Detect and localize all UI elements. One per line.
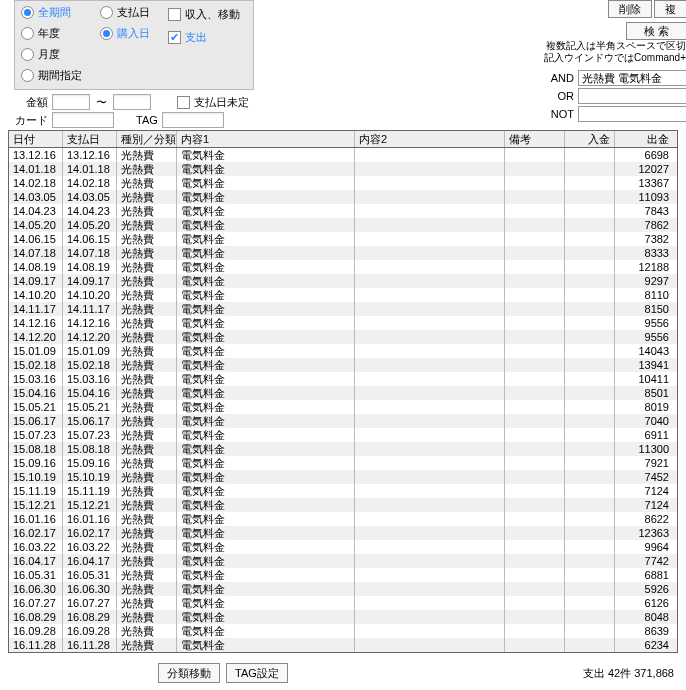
table-header: 日付 支払日 種別／分類 内容1 内容2 備考 入金 出金 bbox=[9, 131, 677, 148]
card-label: カード bbox=[14, 113, 48, 128]
check-income-move[interactable]: 収入、移動 bbox=[168, 7, 247, 22]
table-row[interactable]: 15.11.1915.11.19光熱費電気料金7124 bbox=[9, 484, 677, 498]
tag-input[interactable] bbox=[162, 112, 224, 128]
or-label: OR bbox=[542, 90, 574, 102]
col-memo[interactable]: 備考 bbox=[505, 131, 565, 147]
table-row[interactable]: 13.12.1613.12.16光熱費電気料金6698 bbox=[9, 148, 677, 162]
check-expense[interactable]: ✔支出 bbox=[168, 30, 247, 45]
tag-settings-button[interactable]: TAG設定 bbox=[226, 663, 288, 683]
radio-buyday[interactable]: 購入日 bbox=[100, 26, 169, 41]
not-field[interactable] bbox=[578, 106, 686, 122]
col-c2[interactable]: 内容2 bbox=[355, 131, 505, 147]
table-row[interactable]: 16.02.1716.02.17光熱費電気料金12363 bbox=[9, 526, 677, 540]
table-row[interactable]: 16.04.1716.04.17光熱費電気料金7742 bbox=[9, 554, 677, 568]
table-row[interactable]: 15.04.1615.04.16光熱費電気料金8501 bbox=[9, 386, 677, 400]
table-row[interactable]: 14.02.1814.02.18光熱費電気料金13367 bbox=[9, 176, 677, 190]
table-row[interactable]: 14.09.1714.09.17光熱費電気料金9297 bbox=[9, 274, 677, 288]
radio-payday[interactable]: 支払日 bbox=[100, 5, 169, 20]
table-row[interactable]: 15.03.1615.03.16光熱費電気料金10411 bbox=[9, 372, 677, 386]
delete-button[interactable]: 削除 bbox=[608, 0, 652, 18]
table-row[interactable]: 14.12.2014.12.20光熱費電気料金9556 bbox=[9, 330, 677, 344]
and-label: AND bbox=[542, 72, 574, 84]
or-field[interactable] bbox=[578, 88, 686, 104]
table-row[interactable]: 14.04.2314.04.23光熱費電気料金7843 bbox=[9, 204, 677, 218]
table-row[interactable]: 14.01.1814.01.18光熱費電気料金12027 bbox=[9, 162, 677, 176]
table-row[interactable]: 14.08.1914.08.19光熱費電気料金12188 bbox=[9, 260, 677, 274]
table-row[interactable]: 15.05.2115.05.21光熱費電気料金8019 bbox=[9, 400, 677, 414]
table-row[interactable]: 16.06.3016.06.30光熱費電気料金5926 bbox=[9, 582, 677, 596]
table-row[interactable]: 16.01.1616.01.16光熱費電気料金8622 bbox=[9, 512, 677, 526]
summary-text: 支出 42件 371,868 bbox=[583, 666, 674, 681]
table-row[interactable]: 14.06.1514.06.15光熱費電気料金7382 bbox=[9, 232, 677, 246]
table-row[interactable]: 15.10.1915.10.19光熱費電気料金7452 bbox=[9, 470, 677, 484]
col-in[interactable]: 入金 bbox=[565, 131, 615, 147]
table-row[interactable]: 16.03.2216.03.22光熱費電気料金9964 bbox=[9, 540, 677, 554]
col-out[interactable]: 出金 bbox=[615, 131, 673, 147]
radio-range[interactable]: 期間指定 bbox=[21, 68, 100, 83]
data-table: 日付 支払日 種別／分類 内容1 内容2 備考 入金 出金 13.12.1613… bbox=[8, 130, 678, 653]
table-row[interactable]: 16.09.2816.09.28光熱費電気料金8639 bbox=[9, 624, 677, 638]
col-pay[interactable]: 支払日 bbox=[63, 131, 117, 147]
tilde: 〜 bbox=[96, 95, 107, 110]
radio-period-all[interactable]: 全期間 bbox=[21, 5, 100, 20]
table-row[interactable]: 14.12.1614.12.16光熱費電気料金9556 bbox=[9, 316, 677, 330]
amount-to-input[interactable] bbox=[113, 94, 151, 110]
table-row[interactable]: 16.11.2816.11.28光熱費電気料金6234 bbox=[9, 638, 677, 652]
col-date[interactable]: 日付 bbox=[9, 131, 63, 147]
not-label: NOT bbox=[542, 108, 574, 120]
table-row[interactable]: 15.12.2115.12.21光熱費電気料金7124 bbox=[9, 498, 677, 512]
move-category-button[interactable]: 分類移動 bbox=[158, 663, 220, 683]
table-row[interactable]: 15.08.1815.08.18光熱費電気料金11300 bbox=[9, 442, 677, 456]
table-row[interactable]: 14.11.1714.11.17光熱費電気料金8150 bbox=[9, 302, 677, 316]
tag-label: TAG bbox=[136, 114, 158, 126]
duplicate-button[interactable]: 複 bbox=[654, 0, 686, 18]
radio-month[interactable]: 月度 bbox=[21, 47, 100, 62]
table-row[interactable]: 14.03.0514.03.05光熱費電気料金11093 bbox=[9, 190, 677, 204]
and-field[interactable]: 光熱費 電気料金 bbox=[578, 70, 686, 86]
col-cat[interactable]: 種別／分類 bbox=[117, 131, 177, 147]
table-row[interactable]: 15.01.0915.01.09光熱費電気料金14043 bbox=[9, 344, 677, 358]
amount-label: 金額 bbox=[14, 95, 48, 110]
check-pay-undecided[interactable]: 支払日未定 bbox=[177, 95, 249, 110]
radio-year[interactable]: 年度 bbox=[21, 26, 100, 41]
table-row[interactable]: 14.10.2014.10.20光熱費電気料金8110 bbox=[9, 288, 677, 302]
table-row[interactable]: 16.07.2716.07.27光熱費電気料金6126 bbox=[9, 596, 677, 610]
table-row[interactable]: 14.05.2014.05.20光熱費電気料金7862 bbox=[9, 218, 677, 232]
table-row[interactable]: 16.08.2916.08.29光熱費電気料金8048 bbox=[9, 610, 677, 624]
filter-panel: 全期間 年度 月度 期間指定 支払日 購入日 収入、移動 ✔支出 bbox=[14, 0, 254, 90]
table-row[interactable]: 15.06.1715.06.17光熱費電気料金7040 bbox=[9, 414, 677, 428]
card-input[interactable] bbox=[52, 112, 114, 128]
table-row[interactable]: 14.07.1814.07.18光熱費電気料金8333 bbox=[9, 246, 677, 260]
table-row[interactable]: 15.02.1815.02.18光熱費電気料金13941 bbox=[9, 358, 677, 372]
table-row[interactable]: 15.07.2315.07.23光熱費電気料金6911 bbox=[9, 428, 677, 442]
table-row[interactable]: 15.09.1615.09.16光熱費電気料金7921 bbox=[9, 456, 677, 470]
col-c1[interactable]: 内容1 bbox=[177, 131, 355, 147]
amount-from-input[interactable] bbox=[52, 94, 90, 110]
search-button[interactable]: 検 索 bbox=[626, 22, 686, 40]
table-row[interactable]: 16.05.3116.05.31光熱費電気料金6881 bbox=[9, 568, 677, 582]
hint-text: 複数記入は半角スペースで区切 記入ウインドウではCommand+ bbox=[544, 40, 686, 64]
